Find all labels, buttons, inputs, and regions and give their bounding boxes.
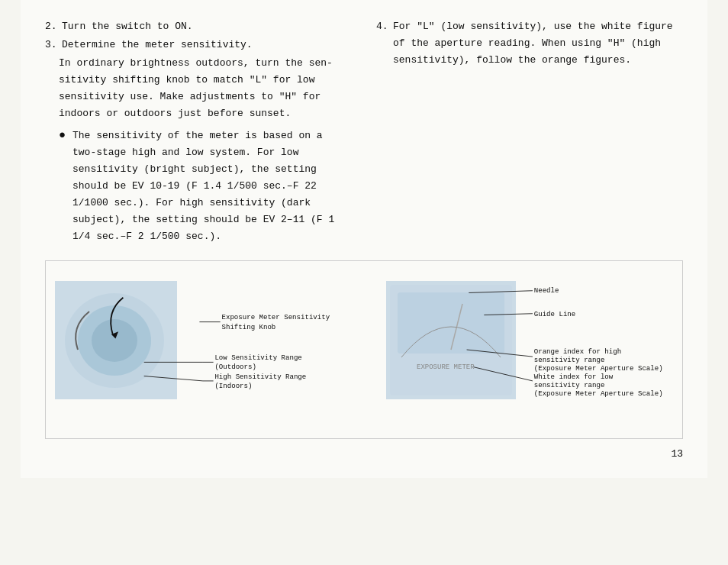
svg-text:Needle: Needle bbox=[534, 287, 559, 295]
page-number-text: 13 bbox=[671, 448, 683, 460]
left-column: 2. Turn the switch to ON. 3. Determine t… bbox=[45, 18, 352, 245]
diagram-left: Exposure Meter Sensitivity Shifting Knob… bbox=[55, 273, 378, 426]
page-number: 13 bbox=[45, 448, 683, 460]
svg-text:Low Sensitivity Range: Low Sensitivity Range bbox=[214, 354, 301, 362]
step-4-text: For "L" (low sensitivity), use the white… bbox=[393, 18, 683, 69]
page: 2. Turn the switch to ON. 3. Determine t… bbox=[21, 0, 707, 478]
svg-text:(Indoors): (Indoors) bbox=[214, 382, 252, 390]
svg-text:High Sensitivity Range: High Sensitivity Range bbox=[214, 373, 306, 381]
bullet-text: The sensitivity of the meter is based on… bbox=[72, 128, 352, 246]
top-section: 2. Turn the switch to ON. 3. Determine t… bbox=[45, 18, 683, 245]
meter-image: EXPOSURE METER bbox=[386, 281, 516, 399]
camera-image bbox=[55, 281, 177, 399]
svg-text:Shifting Knob: Shifting Knob bbox=[222, 323, 276, 331]
bullet-dot: ● bbox=[59, 128, 68, 246]
step-4-num: 4. bbox=[376, 18, 390, 69]
step-2: 2. Turn the switch to ON. bbox=[45, 18, 352, 35]
diagram-section: Exposure Meter Sensitivity Shifting Knob… bbox=[45, 260, 683, 439]
svg-text:Exposure Meter Sensitivity: Exposure Meter Sensitivity bbox=[222, 313, 330, 321]
svg-text:Guide Line: Guide Line bbox=[534, 311, 575, 319]
svg-text:(Outdoors): (Outdoors) bbox=[214, 363, 256, 371]
svg-text:EXPOSURE METER: EXPOSURE METER bbox=[417, 363, 475, 371]
step-2-num: 2. bbox=[45, 18, 59, 35]
step-3-num: 3. bbox=[45, 37, 59, 53]
right-column: 4. For "L" (low sensitivity), use the wh… bbox=[376, 18, 683, 245]
step-4: 4. For "L" (low sensitivity), use the wh… bbox=[376, 18, 683, 69]
svg-text:(Exposure Meter Aperture Scale: (Exposure Meter Aperture Scale) bbox=[534, 364, 663, 373]
svg-text:(Exposure Meter Aperture Scale: (Exposure Meter Aperture Scale) bbox=[534, 389, 663, 398]
step-3: 3. Determine the meter sensitivity. bbox=[45, 37, 352, 53]
bullet-item: ● The sensitivity of the meter is based … bbox=[59, 128, 352, 246]
step-2-text: Turn the switch to ON. bbox=[62, 18, 193, 35]
step-3-paragraph-text: In ordinary brightness outdoors, turn th… bbox=[59, 57, 333, 119]
svg-text:sensitivity range: sensitivity range bbox=[534, 357, 605, 365]
svg-point-2 bbox=[92, 319, 137, 362]
svg-text:Orange index for high: Orange index for high bbox=[534, 348, 621, 357]
step-3-text: Determine the meter sensitivity. bbox=[62, 37, 253, 53]
diagram-right: EXPOSURE METER Needle Guide Line Orange … bbox=[378, 273, 673, 426]
step-3-paragraph: In ordinary brightness outdoors, turn th… bbox=[59, 55, 352, 122]
svg-text:sensitivity range: sensitivity range bbox=[534, 381, 605, 389]
svg-text:White index for low: White index for low bbox=[534, 373, 614, 381]
